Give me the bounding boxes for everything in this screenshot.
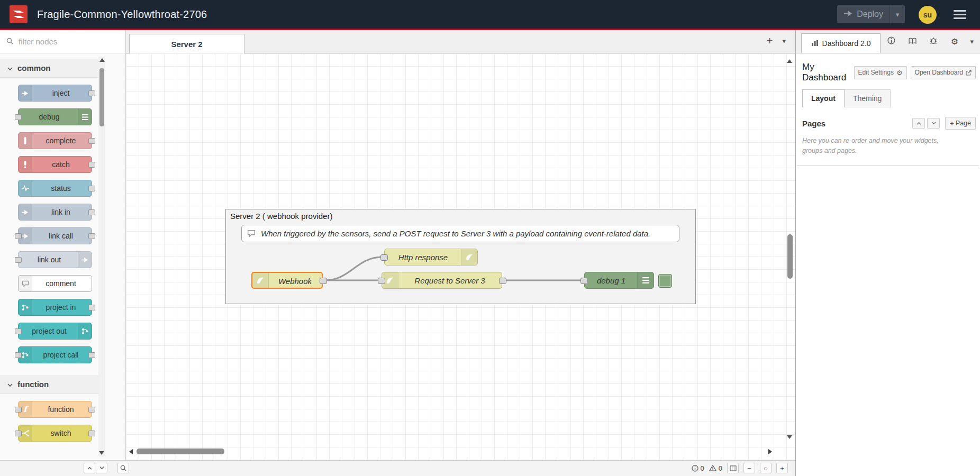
deploy-button[interactable]: Deploy ▾ — [837, 5, 905, 23]
output-port[interactable] — [88, 162, 95, 168]
canvas-scroll-down-icon[interactable] — [787, 435, 792, 439]
main-menu-icon[interactable] — [954, 10, 966, 19]
output-port[interactable] — [88, 90, 95, 96]
canvas-search-button[interactable] — [117, 463, 129, 473]
scroll-up-icon[interactable] — [99, 58, 105, 62]
user-avatar[interactable]: su — [919, 6, 937, 24]
input-port[interactable] — [378, 278, 385, 284]
project-out-icon — [78, 323, 92, 339]
palette-node-debug[interactable]: debug — [18, 108, 92, 125]
open-dashboard-button[interactable]: Open Dashboard — [911, 66, 976, 79]
flow-node-debug1[interactable]: debug 1 — [584, 272, 654, 289]
tab-dashboard[interactable]: Dashboard 2.0 — [801, 33, 881, 53]
output-port[interactable] — [88, 186, 95, 191]
flow-canvas[interactable]: Server 2 ( webhook provider) When trigge… — [126, 53, 795, 460]
edit-settings-button[interactable]: Edit Settings ⚙ — [854, 66, 907, 79]
tab-config[interactable]: ⚙ — [944, 30, 965, 53]
palette-node-link-call[interactable]: link call — [18, 227, 92, 244]
flow-node-label: Request to Server 3 — [398, 276, 502, 285]
output-port[interactable] — [499, 278, 506, 284]
canvas-horizontal-scrollbar[interactable] — [137, 448, 224, 454]
palette-node-label: link out — [19, 255, 80, 264]
move-page-up-button[interactable] — [912, 118, 925, 129]
palette-node-project-in[interactable]: project in — [18, 299, 92, 316]
palette-node-inject[interactable]: inject — [18, 85, 92, 102]
canvas-scroll-right-icon[interactable] — [768, 449, 772, 454]
comment-node[interactable]: When triggered by the sensors, send a PO… — [241, 225, 679, 242]
add-flow-plus-icon[interactable]: + — [767, 35, 773, 46]
palette-node-link-in[interactable]: link in — [18, 204, 92, 221]
move-page-down-button[interactable] — [927, 118, 940, 129]
palette-node-function[interactable]: f function — [18, 401, 92, 418]
node-red-app: Fragile-Common-Yellowthroat-2706 Deploy … — [0, 0, 980, 476]
palette-scrollbar-thumb[interactable] — [99, 68, 104, 126]
palette-scrollbar[interactable] — [98, 57, 105, 456]
palette-node-status[interactable]: status — [18, 180, 92, 197]
minus-icon: − — [747, 464, 751, 472]
node-red-logo-icon — [10, 5, 28, 23]
palette-node-label: function — [30, 405, 92, 414]
output-port[interactable] — [88, 352, 95, 358]
output-port[interactable] — [88, 209, 95, 215]
chevron-down-icon — [7, 380, 13, 389]
palette-category-function[interactable]: function — [0, 375, 98, 394]
scroll-down-icon[interactable] — [99, 451, 104, 455]
output-port[interactable] — [88, 305, 95, 310]
palette-node-label: catch — [30, 160, 92, 169]
add-page-button[interactable]: + Page — [945, 117, 976, 130]
input-port[interactable] — [380, 254, 388, 261]
output-port[interactable] — [320, 278, 327, 284]
canvas-scroll-up-icon[interactable] — [787, 59, 792, 63]
gear-icon: ⚙ — [896, 69, 903, 77]
debug-enable-toggle[interactable] — [658, 274, 672, 288]
canvas-scroll-left-icon[interactable] — [129, 449, 133, 454]
sidebar-tabs-chevron-down-icon[interactable]: ▾ — [970, 30, 974, 53]
palette-node-complete[interactable]: complete — [18, 132, 92, 149]
chevron-down-icon: ▾ — [896, 11, 900, 19]
navigator-map-icon — [730, 465, 737, 471]
output-port[interactable] — [88, 431, 95, 436]
palette-node-catch[interactable]: catch — [18, 156, 92, 173]
palette-collapse-all-button[interactable] — [84, 463, 95, 473]
navigator-toggle-button[interactable] — [727, 463, 739, 473]
palette-node-comment[interactable]: comment — [18, 275, 92, 292]
palette-node-link-out[interactable]: link out — [18, 251, 92, 268]
zoom-in-button[interactable]: + — [776, 463, 788, 473]
output-port[interactable] — [88, 233, 95, 239]
tab-theming[interactable]: Theming — [845, 89, 891, 107]
tab-help[interactable] — [902, 30, 923, 53]
chevron-up-icon — [917, 122, 921, 125]
flow-node-webhook[interactable]: Webhook — [251, 272, 323, 289]
external-link-icon — [966, 70, 972, 76]
deploy-options-caret[interactable]: ▾ — [890, 5, 905, 23]
palette-node-project-out[interactable]: project out — [18, 323, 92, 340]
dashboard-sidebar: My Dashboard Edit Settings ⚙ Open Dashbo… — [795, 53, 980, 476]
pages-section-header: Pages + Page — [796, 107, 980, 130]
palette-node-switch[interactable]: switch — [18, 425, 92, 442]
flow-node-label: Webhook — [268, 277, 322, 286]
output-port[interactable] — [88, 407, 95, 413]
info-count[interactable]: 0 — [692, 464, 704, 472]
palette-expand-all-button[interactable] — [96, 463, 107, 473]
zoom-out-button[interactable]: − — [743, 463, 755, 473]
workspace-tab-server2[interactable]: Server 2 — [129, 34, 244, 53]
tab-debug[interactable] — [923, 30, 944, 53]
tab-layout[interactable]: Layout — [802, 89, 845, 107]
dashboard-subtabs: Layout Theming — [796, 89, 980, 107]
tab-info[interactable] — [881, 30, 902, 53]
palette-node-project-call[interactable]: project call — [18, 346, 92, 363]
output-port[interactable] — [88, 138, 95, 144]
canvas-vertical-scrollbar[interactable] — [787, 234, 793, 279]
palette-node-label: project in — [30, 303, 92, 312]
palette-node-label: complete — [30, 136, 92, 145]
flow-node-http-response[interactable]: Http response — [384, 249, 478, 266]
bar-chart-icon — [811, 39, 819, 48]
flow-list-chevron-down-icon[interactable]: ▾ — [782, 37, 786, 45]
deploy-button-main[interactable]: Deploy — [837, 5, 890, 23]
palette-filter-input[interactable] — [17, 36, 110, 47]
warning-count[interactable]: 0 — [709, 464, 722, 472]
flow-node-request-to-server3[interactable]: Request to Server 3 — [382, 272, 502, 289]
palette-category-common[interactable]: common — [0, 59, 98, 78]
input-port[interactable] — [580, 278, 588, 284]
zoom-reset-button[interactable]: ○ — [760, 463, 772, 473]
